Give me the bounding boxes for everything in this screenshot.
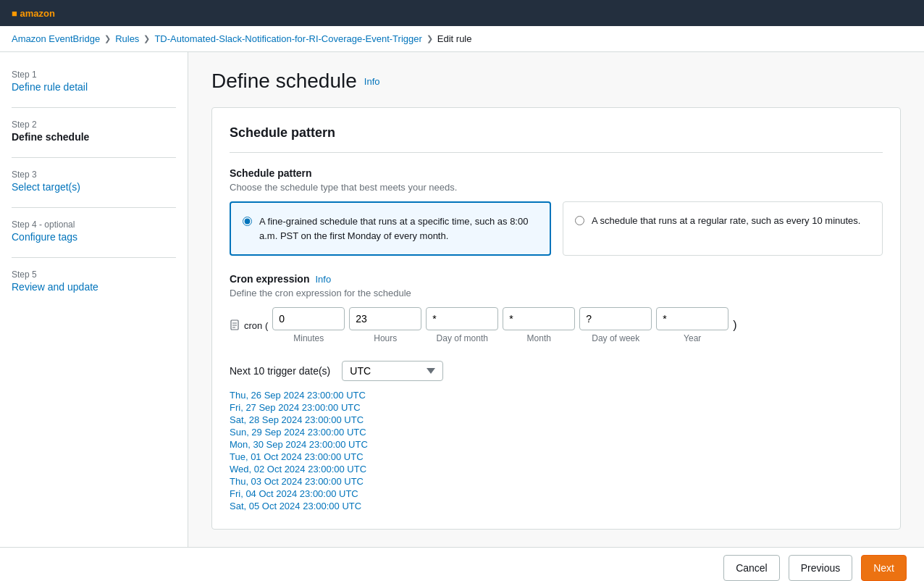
- trigger-label: Next 10 trigger date(s): [230, 365, 330, 377]
- sidebar-divider-3: [12, 207, 176, 208]
- timezone-select[interactable]: UTC US/Eastern US/Pacific US/Central Eur…: [342, 361, 443, 381]
- cron-label-minutes: Minutes: [293, 333, 324, 343]
- schedule-radio-2[interactable]: [575, 216, 584, 225]
- breadcrumb-sep-1: ❯: [104, 34, 111, 43]
- cron-label-hours: Hours: [374, 333, 397, 343]
- cron-input-row: cron ( Minutes Hours Day of month: [230, 307, 883, 343]
- trigger-header: Next 10 trigger date(s) UTC US/Eastern U…: [230, 361, 883, 381]
- sidebar-step-3: Step 3 Select target(s): [12, 170, 176, 193]
- page-title-area: Define schedule Info: [211, 70, 901, 93]
- schedule-radio-1[interactable]: [243, 217, 252, 226]
- sidebar-step-1-name[interactable]: Define rule detail: [12, 81, 88, 93]
- sidebar-step-2: Step 2 Define schedule: [12, 120, 176, 143]
- cron-info-link[interactable]: Info: [315, 274, 331, 285]
- breadcrumb-eventbridge[interactable]: Amazon EventBridge: [12, 33, 100, 44]
- cron-label-year: Year: [684, 333, 701, 343]
- trigger-date-item: Fri, 04 Oct 2024 23:00:00 UTC: [230, 488, 883, 499]
- cron-field-year: Year: [656, 307, 728, 343]
- breadcrumb: Amazon EventBridge ❯ Rules ❯ TD-Automate…: [0, 26, 924, 52]
- next-button[interactable]: Next: [861, 555, 907, 581]
- schedule-pattern-label: Schedule pattern: [230, 167, 883, 179]
- cron-field-month: Month: [503, 307, 575, 343]
- schedule-option-2[interactable]: A schedule that runs at a regular rate, …: [563, 201, 883, 256]
- trigger-dates-list: Thu, 26 Sep 2024 23:00:00 UTCFri, 27 Sep…: [230, 390, 883, 511]
- topbar-logo: ■ amazon: [12, 8, 55, 19]
- sidebar-step-4-label: Step 4 - optional: [12, 220, 176, 230]
- sidebar-step-4-name[interactable]: Configure tags: [12, 231, 77, 243]
- breadcrumb-rules[interactable]: Rules: [115, 33, 139, 44]
- cron-section: Cron expression Info Define the cron exp…: [230, 273, 883, 343]
- trigger-date-item: Mon, 30 Sep 2024 23:00:00 UTC: [230, 439, 883, 450]
- cron-prefix-text: cron (: [244, 320, 268, 331]
- schedule-option-2-label: A schedule that runs at a regular rate, …: [592, 214, 860, 228]
- cron-field-hours: Hours: [349, 307, 421, 343]
- breadcrumb-sep-3: ❯: [427, 34, 433, 43]
- breadcrumb-current: Edit rule: [437, 33, 472, 44]
- main-content: Define schedule Info Schedule pattern Sc…: [188, 52, 924, 547]
- page-info-link[interactable]: Info: [364, 76, 380, 87]
- trigger-date-item: Thu, 03 Oct 2024 23:00:00 UTC: [230, 476, 883, 487]
- cron-field-minutes: Minutes: [272, 307, 345, 343]
- sidebar-divider-2: [12, 157, 176, 158]
- cron-input-minutes[interactable]: [272, 307, 345, 330]
- page-title: Define schedule: [211, 70, 357, 93]
- sidebar-step-1: Step 1 Define rule detail: [12, 70, 176, 93]
- previous-button[interactable]: Previous: [789, 555, 852, 581]
- sidebar-divider-1: [12, 107, 176, 108]
- cron-input-month[interactable]: [503, 307, 575, 330]
- sidebar-step-5: Step 5 Review and update: [12, 269, 176, 293]
- sidebar-step-1-label: Step 1: [12, 70, 176, 80]
- cron-input-hours[interactable]: [349, 307, 421, 330]
- cron-input-day-of-month[interactable]: [426, 307, 498, 330]
- cron-field-day-of-week: Day of week: [579, 307, 652, 343]
- cron-prefix: cron (: [230, 319, 268, 331]
- sidebar-divider-4: [12, 257, 176, 258]
- main-layout: Step 1 Define rule detail Step 2 Define …: [0, 52, 924, 547]
- schedule-option-1[interactable]: A fine-grained schedule that runs at a s…: [230, 201, 551, 256]
- schedule-radio-options: A fine-grained schedule that runs at a s…: [230, 201, 883, 256]
- card-title: Schedule pattern: [230, 125, 883, 153]
- breadcrumb-rule-name[interactable]: TD-Automated-Slack-Notification-for-RI-C…: [154, 33, 421, 44]
- breadcrumb-sep-2: ❯: [143, 34, 150, 43]
- schedule-pattern-desc: Choose the schedule type that best meets…: [230, 182, 883, 193]
- trigger-section: Next 10 trigger date(s) UTC US/Eastern U…: [230, 361, 883, 511]
- trigger-date-item: Thu, 26 Sep 2024 23:00:00 UTC: [230, 390, 883, 401]
- sidebar-step-5-label: Step 5: [12, 269, 176, 280]
- cron-input-year[interactable]: [656, 307, 728, 330]
- cron-input-day-of-week[interactable]: [579, 307, 652, 330]
- trigger-date-item: Sat, 05 Oct 2024 23:00:00 UTC: [230, 501, 883, 511]
- trigger-date-item: Sun, 29 Sep 2024 23:00:00 UTC: [230, 427, 883, 438]
- cancel-button[interactable]: Cancel: [723, 555, 780, 581]
- topbar: ■ amazon: [0, 0, 924, 26]
- trigger-date-item: Sat, 28 Sep 2024 23:00:00 UTC: [230, 414, 883, 425]
- cron-label-month: Month: [527, 333, 551, 343]
- sidebar-step-3-label: Step 3: [12, 170, 176, 180]
- sidebar-step-2-name: Define schedule: [12, 131, 89, 143]
- trigger-date-item: Tue, 01 Oct 2024 23:00:00 UTC: [230, 451, 883, 462]
- sidebar-step-2-label: Step 2: [12, 120, 176, 130]
- cron-label-day-of-week: Day of week: [592, 333, 639, 343]
- cron-file-icon: [230, 319, 241, 331]
- sidebar-step-3-name[interactable]: Select target(s): [12, 181, 80, 193]
- cron-label-day-of-month: Day of month: [437, 333, 488, 343]
- cron-suffix: ): [733, 319, 736, 332]
- cron-field-day-of-month: Day of month: [426, 307, 498, 343]
- footer: Cancel Previous Next: [0, 547, 924, 581]
- cron-desc: Define the cron expression for the sched…: [230, 288, 883, 298]
- trigger-date-item: Wed, 02 Oct 2024 23:00:00 UTC: [230, 464, 883, 475]
- schedule-option-1-label: A fine-grained schedule that runs at a s…: [259, 214, 538, 243]
- cron-label: Cron expression: [230, 273, 309, 285]
- cron-header: Cron expression Info: [230, 273, 883, 285]
- trigger-date-item: Fri, 27 Sep 2024 23:00:00 UTC: [230, 402, 883, 413]
- sidebar-step-4: Step 4 - optional Configure tags: [12, 220, 176, 243]
- sidebar: Step 1 Define rule detail Step 2 Define …: [0, 52, 188, 547]
- schedule-card: Schedule pattern Schedule pattern Choose…: [211, 107, 901, 530]
- sidebar-step-5-name[interactable]: Review and update: [12, 281, 98, 293]
